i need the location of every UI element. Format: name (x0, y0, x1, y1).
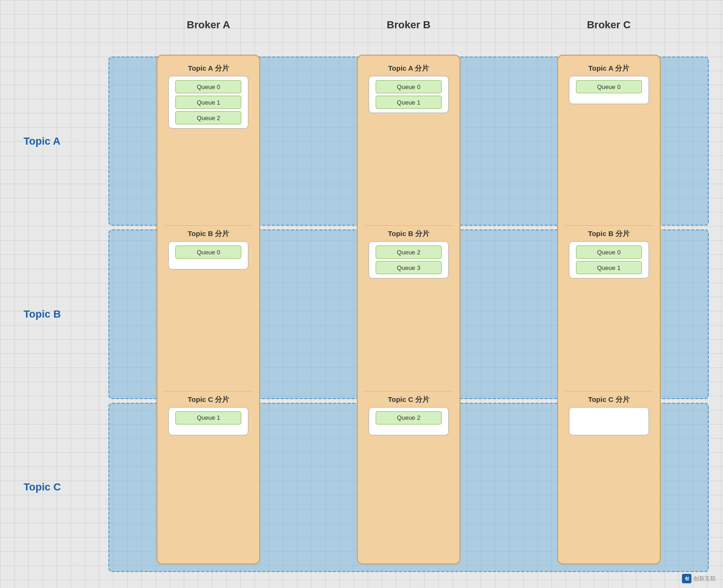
broker-topic-section-broker-b-topic-b: Topic B 分片Queue 2Queue 3 (365, 226, 452, 391)
queue-container-broker-c-topic-c (569, 407, 649, 435)
queue-box-broker-b-topic-b-0: Queue 2 (376, 245, 442, 259)
broker-header-broker-a: Broker A (108, 14, 309, 41)
broker-header-broker-c: Broker C (509, 14, 709, 41)
content-area: Topic ATopic BTopic C Topic A 分片Queue 0Q… (14, 45, 709, 574)
shard-label-broker-b-topic-b: Topic B 分片 (388, 229, 429, 238)
broker-box-broker-b: Topic A 分片Queue 0Queue 1Topic B 分片Queue … (357, 55, 460, 564)
queue-container-broker-c-topic-b: Queue 0Queue 1 (569, 241, 649, 278)
topic-label-topic-b: Topic B (14, 228, 108, 400)
topic-label-topic-c: Topic C (14, 401, 108, 574)
broker-divider (164, 391, 252, 392)
queue-container-broker-a-topic-b: Queue 0 (168, 241, 248, 270)
broker-topic-section-broker-b-topic-a: Topic A 分片Queue 0Queue 1 (365, 60, 452, 225)
queue-box-broker-c-topic-b-0: Queue 0 (576, 245, 642, 259)
broker-divider (565, 391, 653, 392)
queue-box-broker-a-topic-a-1: Queue 1 (175, 96, 241, 109)
main-diagram: Broker ABroker BBroker C Topic ATopic BT… (14, 14, 709, 574)
watermark-icon: 创 (682, 574, 691, 583)
broker-divider (565, 225, 653, 226)
broker-col-broker-a: Topic A 分片Queue 0Queue 1Queue 2Topic B 分… (108, 45, 309, 574)
queue-box-broker-b-topic-c-0: Queue 2 (376, 411, 442, 425)
brokers-area: Topic A 分片Queue 0Queue 1Queue 2Topic B 分… (108, 45, 709, 574)
header-row: Broker ABroker BBroker C (108, 14, 709, 41)
queue-box-broker-c-topic-a-0: Queue 0 (576, 80, 642, 93)
queue-box-broker-b-topic-a-0: Queue 0 (376, 80, 442, 93)
watermark-text: 创新互联 (693, 575, 716, 583)
shard-label-broker-a-topic-b: Topic B 分片 (188, 229, 229, 238)
queue-box-broker-a-topic-a-2: Queue 2 (175, 111, 241, 124)
broker-topic-section-broker-a-topic-a: Topic A 分片Queue 0Queue 1Queue 2 (164, 60, 252, 225)
queue-container-broker-c-topic-a: Queue 0 (569, 76, 649, 104)
broker-box-broker-c: Topic A 分片Queue 0Topic B 分片Queue 0Queue … (557, 55, 661, 564)
shard-label-broker-b-topic-c: Topic C 分片 (388, 395, 429, 404)
broker-col-broker-c: Topic A 分片Queue 0Topic B 分片Queue 0Queue … (509, 45, 709, 574)
shard-label-broker-a-topic-a: Topic A 分片 (188, 64, 229, 73)
broker-divider (365, 225, 452, 226)
broker-topic-section-broker-a-topic-b: Topic B 分片Queue 0 (164, 226, 252, 391)
broker-topic-section-broker-c-topic-a: Topic A 分片Queue 0 (565, 60, 653, 225)
queue-box-broker-a-topic-c-0: Queue 1 (175, 411, 241, 425)
queue-container-broker-b-topic-b: Queue 2Queue 3 (369, 241, 449, 278)
shard-label-broker-c-topic-c: Topic C 分片 (588, 395, 630, 404)
queue-box-broker-b-topic-a-1: Queue 1 (376, 96, 442, 109)
broker-columns: Topic A 分片Queue 0Queue 1Queue 2Topic B 分… (108, 45, 709, 574)
queue-container-broker-b-topic-a: Queue 0Queue 1 (369, 76, 449, 113)
queue-container-broker-a-topic-c: Queue 1 (168, 407, 248, 435)
queue-box-broker-c-topic-b-1: Queue 1 (576, 261, 642, 274)
queue-box-broker-a-topic-b-0: Queue 0 (175, 245, 241, 259)
queue-box-broker-a-topic-a-0: Queue 0 (175, 80, 241, 93)
broker-col-broker-b: Topic A 分片Queue 0Queue 1Topic B 分片Queue … (309, 45, 509, 574)
watermark: 创 创新互联 (682, 574, 716, 583)
broker-topic-section-broker-c-topic-c: Topic C 分片 (565, 392, 653, 556)
queue-container-broker-a-topic-a: Queue 0Queue 1Queue 2 (168, 76, 248, 129)
shard-label-broker-a-topic-c: Topic C 分片 (188, 395, 229, 404)
topic-label-topic-a: Topic A (14, 55, 108, 228)
broker-header-broker-b: Broker B (309, 14, 509, 41)
broker-topic-section-broker-a-topic-c: Topic C 分片Queue 1 (164, 392, 252, 556)
broker-topic-section-broker-b-topic-c: Topic C 分片Queue 2 (365, 392, 452, 556)
shard-label-broker-c-topic-a: Topic A 分片 (588, 64, 629, 73)
queue-container-broker-b-topic-c: Queue 2 (369, 407, 449, 435)
broker-divider (164, 225, 252, 226)
shard-label-broker-b-topic-a: Topic A 分片 (388, 64, 429, 73)
broker-divider (365, 391, 452, 392)
shard-label-broker-c-topic-b: Topic B 分片 (588, 229, 630, 238)
queue-box-broker-b-topic-b-1: Queue 3 (376, 261, 442, 274)
topic-labels: Topic ATopic BTopic C (14, 45, 108, 574)
broker-topic-section-broker-c-topic-b: Topic B 分片Queue 0Queue 1 (565, 226, 653, 391)
broker-box-broker-a: Topic A 分片Queue 0Queue 1Queue 2Topic B 分… (156, 55, 260, 564)
